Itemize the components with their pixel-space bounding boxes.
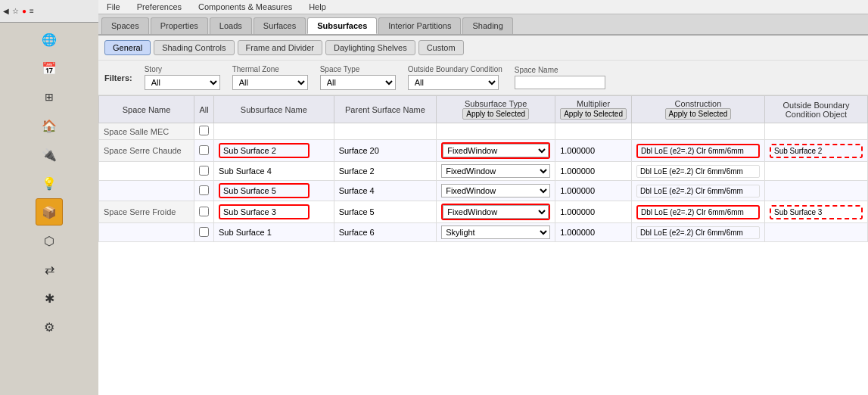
col-header-construction: Construction Apply to Selected [631, 96, 764, 123]
construction-cell: Dbl LoE (e2=.2) Clr 6mm/6mm [631, 201, 764, 223]
filter-story-group: Story All [145, 65, 220, 90]
filter-space-type-label: Space Type [320, 65, 396, 73]
subtab-general[interactable]: General [104, 40, 151, 55]
parent-surface-cell [334, 123, 437, 140]
construction-value: Dbl LoE (e2=.2) Clr 6mm/6mm [636, 165, 760, 178]
menu-bar: File Preferences Components & Measures H… [98, 0, 868, 14]
subtab-frame-divider[interactable]: Frame and Divider [238, 40, 322, 55]
outside-boundary-cell [764, 223, 867, 242]
outside-boundary-value: Sub Surface 2 [770, 144, 863, 158]
apply-multiplier-btn[interactable]: Apply to Selected [560, 108, 627, 120]
tab-properties[interactable]: Properties [151, 17, 208, 34]
row-checkbox[interactable] [199, 207, 209, 216]
sidebar-icon-tools[interactable]: ✱ [36, 285, 63, 312]
tab-spaces[interactable]: Spaces [101, 17, 149, 34]
space-name-cell [99, 181, 194, 201]
parent-surface-cell: Surface 5 [334, 201, 437, 223]
row-checkbox-cell [194, 140, 214, 162]
sidebar-icon-building[interactable]: 🏠 [36, 112, 63, 139]
row-checkbox-cell [194, 162, 214, 181]
subtab-daylighting-shelves[interactable]: Daylighting Shelves [325, 40, 415, 55]
table-row: Sub Surface 5 Surface 4 FixedWindow Skyl… [99, 181, 868, 201]
filter-space-type-select[interactable]: All [320, 75, 396, 90]
subsurface-type-select[interactable]: FixedWindow Skylight [441, 164, 550, 178]
sidebar-icon-calendar[interactable]: 📅 [36, 54, 63, 82]
outside-boundary-cell [764, 181, 867, 201]
tab-shading[interactable]: Shading [462, 17, 512, 34]
sidebar-icon-grid[interactable]: ⊞ [36, 83, 63, 110]
subsurface-name-value: Sub Surface 3 [219, 204, 310, 219]
nav-star-icon[interactable]: ☆ [12, 7, 19, 15]
multiplier-cell: 1.000000 [555, 181, 632, 201]
sidebar-icon-transfer[interactable]: ⇄ [36, 256, 63, 283]
filter-outside-boundary-label: Outside Boundary Condition [408, 65, 502, 73]
col-header-space-name: Space Name [99, 96, 194, 123]
sidebar-icon-plug[interactable]: 🔌 [36, 141, 63, 168]
menu-file[interactable]: File [104, 2, 123, 12]
sidebar-icon-lights[interactable]: 💡 [36, 170, 63, 197]
construction-cell: Dbl LoE (e2=.2) Clr 6mm/6mm [631, 181, 764, 201]
filter-outside-boundary-select[interactable]: All [408, 75, 499, 90]
subsurface-name-value: Sub Surface 5 [219, 183, 310, 198]
subtabs-row: General Shading Controls Frame and Divid… [98, 36, 868, 61]
tab-loads[interactable]: Loads [210, 17, 252, 34]
outside-boundary-cell [764, 123, 867, 140]
nav-back-icon[interactable]: ◀ [3, 7, 9, 15]
subsurface-type-select[interactable]: FixedWindow Skylight [443, 205, 549, 219]
sidebar-icon-globe[interactable]: 🌐 [36, 26, 63, 53]
parent-surface-cell: Surface 6 [334, 223, 437, 242]
subsurface-type-select[interactable]: FixedWindow Skylight [443, 144, 549, 157]
nav-stop-icon[interactable]: ● [22, 7, 26, 15]
col-header-subsurface-type: Subsurface Type Apply to Selected [437, 96, 555, 123]
col-header-multiplier: Multiplier Apply to Selected [555, 96, 632, 123]
filter-story-select[interactable]: All [145, 75, 220, 90]
subsurface-type-select[interactable]: FixedWindow Skylight [441, 225, 550, 239]
subsurface-name-cell-highlighted: Sub Surface 5 [214, 181, 334, 201]
menu-preferences[interactable]: Preferences [135, 2, 184, 12]
filter-thermal-zone-group: Thermal Zone All [232, 65, 308, 90]
col-header-parent-surface: Parent Surface Name [334, 96, 437, 123]
construction-cell [631, 123, 764, 140]
space-name-cell [99, 162, 194, 181]
tab-surfaces[interactable]: Surfaces [254, 17, 306, 34]
space-name-cell [99, 223, 194, 242]
row-checkbox[interactable] [199, 145, 209, 155]
menu-help[interactable]: Help [306, 2, 328, 12]
sidebar-menu-icon[interactable]: ≡ [30, 7, 34, 15]
subsurface-type-cell [437, 123, 555, 140]
sidebar-icon-box[interactable]: 📦 [36, 198, 63, 225]
multiplier-cell: 1.000000 [555, 162, 632, 181]
tab-interior-partitions[interactable]: Interior Partitions [378, 17, 461, 34]
tab-subsurfaces[interactable]: Subsurfaces [307, 17, 377, 34]
subsurface-type-cell: FixedWindow Skylight [437, 140, 555, 162]
sidebar-icon-gear[interactable]: ⚙ [36, 313, 63, 341]
multiplier-cell: 1.000000 [555, 223, 632, 242]
table-row: Space Serre Chaude Sub Surface 2 Surface… [99, 140, 868, 162]
construction-value: Dbl LoE (e2=.2) Clr 6mm/6mm [636, 185, 760, 198]
filters-label: Filters: [104, 73, 132, 82]
sidebar-icon-cube[interactable]: ⬡ [36, 227, 63, 254]
main-content: File Preferences Components & Measures H… [98, 0, 868, 395]
row-checkbox[interactable] [199, 166, 209, 176]
multiplier-cell [555, 123, 632, 140]
row-checkbox-cell [194, 201, 214, 223]
filter-space-name-label: Space Name [515, 66, 605, 74]
sidebar: ◀ ☆ ● ≡ 🌐 📅 ⊞ 🏠 🔌 💡 📦 ⬡ ⇄ ✱ ⚙ [0, 0, 98, 395]
filter-outside-boundary-group: Outside Boundary Condition All [408, 65, 502, 90]
row-checkbox[interactable] [199, 126, 209, 135]
row-checkbox-cell [194, 123, 214, 140]
construction-cell: Dbl LoE (e2=.2) Clr 6mm/6mm [631, 140, 764, 162]
subtab-custom[interactable]: Custom [418, 40, 464, 55]
subsurface-type-select[interactable]: FixedWindow Skylight [441, 184, 550, 198]
filter-space-name-input[interactable] [515, 76, 605, 89]
row-checkbox[interactable] [199, 227, 209, 237]
apply-subsurface-type-btn[interactable]: Apply to Selected [462, 108, 529, 120]
subtab-shading-controls[interactable]: Shading Controls [154, 40, 234, 55]
parent-surface-cell: Surface 20 [334, 140, 437, 162]
filter-thermal-zone-select[interactable]: All [232, 75, 308, 90]
apply-construction-btn[interactable]: Apply to Selected [665, 108, 732, 120]
subsurface-name-cell-highlighted: Sub Surface 2 [214, 140, 334, 162]
row-checkbox[interactable] [199, 185, 209, 195]
row-checkbox-cell [194, 181, 214, 201]
menu-components-measures[interactable]: Components & Measures [196, 2, 294, 12]
